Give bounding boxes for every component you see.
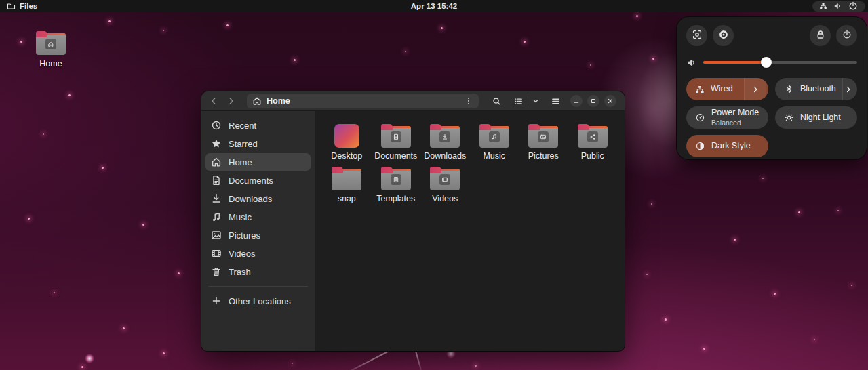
bluetooth-icon (784, 84, 794, 94)
files-window: Home RecentStarredHomeDocumentsDownloads… (201, 91, 625, 351)
document-icon (211, 175, 222, 186)
gear-icon (718, 29, 729, 43)
lock-button[interactable] (810, 25, 831, 46)
sidebar-item-other-locations[interactable]: Other Locations (205, 292, 311, 310)
folder-icon (578, 124, 608, 148)
folder-label: Templates (376, 194, 415, 203)
folder-documents[interactable]: Documents (372, 123, 421, 166)
star-icon (211, 138, 222, 149)
folder-icon (479, 124, 509, 148)
pathbar[interactable]: Home (247, 94, 479, 108)
power-icon (848, 1, 859, 12)
toggle-wired[interactable]: Wired (686, 78, 768, 100)
toggle-label: Wired (711, 84, 733, 94)
screenshot-icon (692, 29, 703, 43)
sidebar-item-label: Other Locations (229, 296, 291, 306)
folder-label: Pictures (528, 152, 559, 161)
chevron-right-icon[interactable] (744, 78, 766, 100)
home-icon (211, 157, 222, 167)
chevron-right-icon[interactable] (842, 78, 854, 100)
sidebar-item-label: Videos (229, 249, 256, 259)
forward-button[interactable] (224, 94, 239, 108)
top-bar: Files Apr 13 15:42 (0, 0, 868, 12)
folder-snap[interactable]: snap (322, 166, 372, 209)
sidebar-item-trash[interactable]: Trash (205, 263, 311, 281)
list-view-button[interactable] (510, 94, 526, 108)
kebab-menu-icon[interactable] (464, 96, 473, 106)
current-location: Home (267, 96, 290, 106)
folder-desktop[interactable]: Desktop (322, 123, 372, 166)
network-wired-icon (819, 2, 827, 10)
folder-icon (430, 124, 460, 148)
toggle-dark-style[interactable]: Dark Style (686, 135, 768, 157)
settings-button[interactable] (713, 25, 734, 46)
download-icon (211, 193, 222, 204)
folder-icon (381, 167, 411, 190)
toggle-subtitle: Balanced (711, 119, 741, 127)
screenshot-button[interactable] (686, 25, 707, 46)
view-options-dropdown[interactable] (530, 94, 542, 108)
sidebar-item-label: Recent (229, 121, 256, 131)
folder-pictures[interactable]: Pictures (519, 123, 568, 166)
main-menu-button[interactable] (547, 94, 564, 108)
folder-music[interactable]: Music (470, 123, 519, 166)
picture-icon (211, 230, 222, 241)
folder-public[interactable]: Public (568, 123, 618, 166)
folder-label: snap (338, 194, 356, 203)
clock-button[interactable]: Apr 13 15:42 (411, 2, 457, 10)
sidebar-item-label: Documents (229, 176, 273, 186)
folder-icon (332, 167, 361, 190)
search-button[interactable] (488, 94, 505, 108)
desktop-icon-home[interactable]: Home (32, 31, 70, 68)
maximize-button[interactable] (587, 95, 599, 107)
system-tray[interactable] (812, 1, 865, 12)
sidebar: RecentStarredHomeDocumentsDownloadsMusic… (201, 111, 315, 351)
folder-downloads[interactable]: Downloads (420, 123, 470, 166)
toggle-label: Night Light (800, 112, 841, 122)
toggle-label: Power ModeBalanced (711, 108, 759, 127)
network-wired-icon (695, 85, 705, 94)
volume-slider-knob[interactable] (761, 57, 772, 68)
sidebar-item-pictures[interactable]: Pictures (205, 226, 311, 244)
house-emblem-icon (45, 39, 56, 49)
volume-icon (686, 58, 696, 68)
trash-icon (211, 266, 222, 277)
sidebar-item-downloads[interactable]: Downloads (205, 190, 311, 207)
sidebar-item-music[interactable]: Music (205, 208, 311, 226)
folder-icon (381, 124, 411, 148)
active-app-name: Files (20, 2, 37, 10)
document-emblem-icon (391, 131, 401, 142)
sidebar-item-starred[interactable]: Starred (205, 135, 311, 152)
sidebar-item-label: Downloads (229, 194, 272, 204)
sidebar-item-recent[interactable]: Recent (205, 117, 311, 134)
close-button[interactable] (604, 95, 616, 107)
folder-templates[interactable]: Templates (372, 166, 421, 209)
folder-videos[interactable]: Videos (420, 166, 470, 209)
picture-emblem-icon (538, 131, 549, 142)
active-app-menu[interactable]: Files (0, 0, 44, 12)
sidebar-item-documents[interactable]: Documents (205, 171, 311, 189)
folder-label: Downloads (424, 152, 466, 161)
power-mode-icon (695, 112, 705, 123)
folder-view[interactable]: DesktopDocumentsDownloadsMusicPicturesPu… (315, 111, 625, 351)
volume-icon (833, 2, 842, 10)
video-emblem-icon (439, 174, 450, 185)
files-app-icon (7, 2, 16, 11)
template-emblem-icon (391, 174, 401, 185)
video-icon (211, 248, 222, 259)
plus-icon (211, 295, 222, 306)
toggle-bluetooth[interactable]: Bluetooth (775, 78, 857, 100)
folder-label: Public (581, 152, 604, 161)
back-button[interactable] (206, 94, 221, 108)
sidebar-item-home[interactable]: Home (205, 153, 311, 171)
sidebar-item-videos[interactable]: Videos (205, 245, 311, 262)
download-emblem-icon (439, 131, 450, 142)
power-button[interactable] (836, 25, 857, 46)
toggle-night-light[interactable]: Night Light (775, 106, 857, 129)
volume-slider[interactable] (703, 61, 857, 64)
home-icon (252, 96, 262, 106)
sidebar-item-label: Music (229, 212, 252, 222)
minimize-button[interactable] (570, 95, 583, 107)
dark-style-icon (695, 141, 705, 151)
toggle-power-mode[interactable]: Power ModeBalanced (686, 106, 768, 129)
